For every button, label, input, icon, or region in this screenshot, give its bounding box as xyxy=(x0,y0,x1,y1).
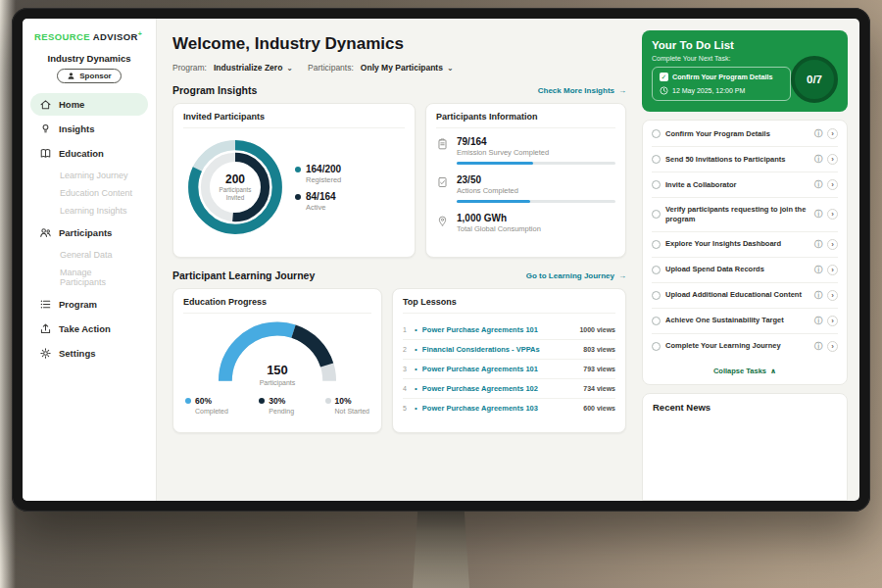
chevron-right-icon[interactable]: › xyxy=(827,239,838,250)
list-icon xyxy=(39,298,52,311)
sidebar: RESOURCE ADVISOR+ Industry Dynamics Spon… xyxy=(23,19,157,501)
chevron-right-icon[interactable]: › xyxy=(827,154,838,165)
check-icon: ✓ xyxy=(660,73,668,81)
chevron-right-icon[interactable]: › xyxy=(827,179,838,190)
desk-scene: RESOURCE ADVISOR+ Industry Dynamics Spon… xyxy=(0,0,882,588)
todo-task-list: Confirm Your Program Details ⓘ › Send 50… xyxy=(642,120,848,385)
collapse-tasks-button[interactable]: Collapse Tasks ∧ xyxy=(652,359,838,383)
progress-fill xyxy=(457,162,533,165)
task-row[interactable]: Verify participants requesting to join t… xyxy=(652,198,838,232)
info-icon[interactable]: ⓘ xyxy=(814,265,822,275)
next-task-box[interactable]: ✓ Confirm Your Program Details 12 May 20… xyxy=(652,67,791,101)
task-checkbox[interactable] xyxy=(652,210,661,219)
check-more-insights-link[interactable]: Check More Insights → xyxy=(538,86,626,95)
task-row[interactable]: Send 50 Invitations to Participants ⓘ › xyxy=(652,147,838,172)
monitor: RESOURCE ADVISOR+ Industry Dynamics Spon… xyxy=(12,8,870,512)
chevron-right-icon[interactable]: › xyxy=(827,128,838,139)
lesson-link[interactable]: Power Purchase Agreements 103 xyxy=(422,404,578,413)
bullet-icon: • xyxy=(415,404,417,413)
chevron-down-icon: ⌄ xyxy=(447,64,454,73)
task-row[interactable]: Explore Your Insights Dashboard ⓘ › xyxy=(652,232,838,258)
legend-item-completed: 60%Completed xyxy=(185,396,228,416)
info-icon[interactable]: ⓘ xyxy=(814,209,822,220)
chevron-right-icon[interactable]: › xyxy=(827,341,838,352)
app-window: RESOURCE ADVISOR+ Industry Dynamics Spon… xyxy=(23,19,859,501)
task-row[interactable]: Upload Additional Educational Content ⓘ … xyxy=(652,283,838,309)
card-title: Participants Information xyxy=(436,112,615,128)
sidebar-item-label: Take Action xyxy=(59,323,111,334)
program-select[interactable]: Industrialize Zero ⌄ xyxy=(214,63,293,73)
book-icon xyxy=(39,147,52,160)
sidebar-item-settings[interactable]: Settings xyxy=(30,342,148,365)
sidebar-item-home[interactable]: Home xyxy=(30,93,148,116)
chevron-right-icon[interactable]: › xyxy=(827,290,838,301)
participants-select[interactable]: Only My Participants ⌄ xyxy=(361,63,454,73)
learning-journey-heading: Participant Learning Journey xyxy=(172,270,315,281)
sidebar-item-education-content[interactable]: Education Content xyxy=(30,184,148,202)
info-icon[interactable]: ⓘ xyxy=(814,290,822,301)
info-icon[interactable]: ⓘ xyxy=(814,179,822,190)
blue-dot-icon xyxy=(185,398,191,404)
task-row[interactable]: Invite a Collaborator ⓘ › xyxy=(652,172,838,198)
education-progress-card: Education Progress 150 Participants xyxy=(172,288,382,433)
go-to-learning-journey-link[interactable]: Go to Learning Journey → xyxy=(526,271,626,280)
info-icon[interactable]: ⓘ xyxy=(814,316,822,326)
check-doc-icon xyxy=(436,174,449,203)
participants-filter-label: Participants: xyxy=(308,63,354,73)
bullet-icon: • xyxy=(415,384,417,393)
task-checkbox[interactable] xyxy=(652,180,661,189)
sidebar-item-participants[interactable]: Participants xyxy=(30,221,148,244)
task-checkbox[interactable] xyxy=(652,266,661,274)
sidebar-item-learning-journey[interactable]: Learning Journey xyxy=(30,167,148,184)
info-icon[interactable]: ⓘ xyxy=(814,239,822,250)
sidebar-item-manage-participants[interactable]: Manage Participants xyxy=(30,264,148,291)
top-lessons-card: Top Lessons 1 • Power Purchase Agreement… xyxy=(392,288,626,433)
sidebar-item-program[interactable]: Program xyxy=(30,293,148,316)
page-title: Welcome, Industry Dynamics xyxy=(172,34,626,54)
lesson-row: 4 • Power Purchase Agreements 102 734 vi… xyxy=(403,378,615,398)
task-checkbox[interactable] xyxy=(652,155,661,164)
task-checkbox[interactable] xyxy=(652,342,661,351)
participants-information-card: Participants Information 79/164 Emission… xyxy=(425,103,626,258)
sidebar-item-education[interactable]: Education xyxy=(30,142,148,165)
info-icon[interactable]: ⓘ xyxy=(814,128,822,139)
task-row[interactable]: Upload Spend Data Records ⓘ › xyxy=(652,258,838,283)
task-row[interactable]: Complete Your Learning Journey ⓘ › xyxy=(652,334,838,359)
lesson-link[interactable]: Financial Considerations - VPPAs xyxy=(422,345,578,354)
lesson-link[interactable]: Power Purchase Agreements 102 xyxy=(422,384,578,393)
home-icon xyxy=(39,98,52,111)
logo-text-primary: RESOURCE xyxy=(34,31,90,42)
chevron-right-icon[interactable]: › xyxy=(827,209,838,220)
sponsor-badge-label: Sponsor xyxy=(79,72,111,80)
invited-participants-card: Invited Participants xyxy=(172,103,416,258)
chevron-right-icon[interactable]: › xyxy=(827,316,838,326)
sidebar-item-label: Education xyxy=(59,148,104,159)
task-row[interactable]: Achieve One Sustainability Target ⓘ › xyxy=(652,309,838,334)
card-title: Education Progress xyxy=(183,297,371,314)
sidebar-item-take-action[interactable]: Take Action xyxy=(30,318,148,340)
lesson-link[interactable]: Power Purchase Agreements 101 xyxy=(422,365,578,373)
info-icon[interactable]: ⓘ xyxy=(814,154,822,165)
sidebar-item-insights[interactable]: Insights xyxy=(30,118,148,140)
sidebar-item-label: Settings xyxy=(59,348,95,359)
task-checkbox[interactable] xyxy=(652,129,661,138)
bullet-icon: • xyxy=(415,365,417,373)
arrow-right-icon: → xyxy=(618,271,626,280)
sidebar-item-learning-insights[interactable]: Learning Insights xyxy=(30,202,148,220)
bullet-icon: • xyxy=(415,325,417,334)
task-checkbox[interactable] xyxy=(652,240,661,249)
sponsor-badge: Sponsor xyxy=(57,69,121,83)
chevron-right-icon[interactable]: › xyxy=(827,265,838,275)
invited-donut-chart: 200 Participants Invited xyxy=(183,135,287,239)
recent-news-heading: Recent News xyxy=(653,402,837,413)
task-row[interactable]: Confirm Your Program Details ⓘ › xyxy=(652,122,838,147)
task-checkbox[interactable] xyxy=(652,291,661,300)
people-icon xyxy=(39,226,52,239)
info-icon[interactable]: ⓘ xyxy=(814,341,822,352)
sidebar-item-general-data[interactable]: General Data xyxy=(30,246,148,264)
upload-icon xyxy=(39,322,52,335)
card-title: Invited Participants xyxy=(183,112,405,128)
lesson-row: 3 • Power Purchase Agreements 101 793 vi… xyxy=(403,359,615,378)
task-checkbox[interactable] xyxy=(652,317,661,325)
lesson-link[interactable]: Power Purchase Agreements 101 xyxy=(422,325,575,334)
